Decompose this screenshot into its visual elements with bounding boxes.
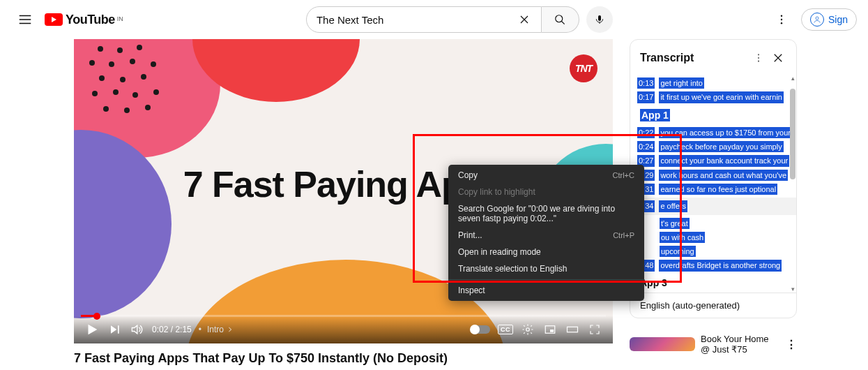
svg-point-12 <box>758 61 759 62</box>
transcript-row[interactable]: 0:22you can access up to $1750 from your <box>637 127 792 138</box>
person-icon <box>810 13 824 27</box>
svg-point-11 <box>758 57 759 59</box>
settings-button[interactable] <box>517 318 539 341</box>
subtitles-button[interactable]: CC <box>494 318 517 341</box>
transcript-text: connect your bank account track your <box>659 155 789 166</box>
recommendation-row[interactable]: Book Your Home @ Just ₹75 ⋮ <box>630 334 797 355</box>
time-display: 0:02 / 2:15 <box>152 325 192 334</box>
transcript-row[interactable]: 0:48overdrafts Bridget is another strong <box>637 260 792 271</box>
transcript-options-button[interactable] <box>749 48 768 68</box>
transcript-row[interactable]: 0:27connect your bank account track your <box>637 155 792 166</box>
transcript-text: earned so far no fees just optional <box>659 184 777 195</box>
svg-point-4 <box>781 22 782 24</box>
clear-icon[interactable] <box>517 13 531 27</box>
chapter-button[interactable]: Intro <box>196 325 234 334</box>
cm-search-google[interactable]: Search Google for "0:00 we are diving in… <box>448 200 644 227</box>
transcript-language-selector[interactable]: English (auto-generated) <box>630 293 796 318</box>
transcript-text: work hours and cash out what you've <box>659 170 788 181</box>
youtube-logo-text: YouTube <box>66 13 115 27</box>
header: YouTube IN Sign <box>0 0 868 39</box>
transcript-text: ou with cash <box>660 232 705 243</box>
video-title: 7 Fast Paying Apps That Pay Up To $750 I… <box>74 350 613 367</box>
search-box[interactable] <box>306 6 542 33</box>
transcript-text: upcoming <box>660 246 696 257</box>
sign-in-button[interactable]: Sign <box>801 8 857 31</box>
transcript-text: t's great <box>660 218 690 229</box>
youtube-country: IN <box>117 15 123 22</box>
transcript-row[interactable]: 0:31earned so far no fees just optional <box>637 184 792 195</box>
fullscreen-button[interactable] <box>584 318 606 341</box>
scroll-down-icon[interactable]: ▾ <box>789 286 796 293</box>
transcript-text: get right into <box>659 77 704 89</box>
hamburger-menu[interactable] <box>11 6 39 34</box>
transcript-panel: Transcript 0:13get right into0:17it firs… <box>630 39 797 318</box>
scrollbar-thumb[interactable] <box>790 89 795 179</box>
autoplay-toggle[interactable] <box>471 325 490 334</box>
cm-reading-mode[interactable]: Open in reading mode <box>448 244 644 260</box>
transcript-row[interactable]: upcoming <box>637 246 792 257</box>
transcript-body[interactable]: 0:13get right into0:17it first up we've … <box>630 75 796 293</box>
context-menu: CopyCtrl+C Copy link to highlight Search… <box>448 165 644 301</box>
svg-point-6 <box>526 328 530 332</box>
transcript-text: overdrafts Bridget is another strong <box>659 260 782 271</box>
player-controls: 0:02 / 2:15 Intro CC <box>74 316 613 343</box>
recommendation-title: Book Your Home @ Just ₹75 <box>701 334 780 355</box>
cm-inspect[interactable]: Inspect <box>448 282 644 299</box>
transcript-row[interactable]: 0:13get right into <box>637 77 792 89</box>
transcript-close-button[interactable] <box>768 48 788 68</box>
svg-point-2 <box>781 15 782 17</box>
decorative-dots <box>84 45 181 128</box>
transcript-time: 0:24 <box>637 141 655 152</box>
cm-copy-link-highlight: Copy link to highlight <box>448 184 644 200</box>
transcript-time: 0:13 <box>637 77 655 89</box>
search-input[interactable] <box>317 14 517 26</box>
transcript-row[interactable]: 0:17it first up we've got earin with ear… <box>637 91 792 103</box>
volume-button[interactable] <box>125 318 148 341</box>
svg-point-5 <box>816 17 818 20</box>
miniplayer-button[interactable] <box>539 318 561 341</box>
svg-point-0 <box>556 15 563 22</box>
cm-copy[interactable]: CopyCtrl+C <box>448 167 644 184</box>
transcript-title: Transcript <box>640 52 749 64</box>
svg-rect-1 <box>598 15 601 21</box>
voice-search-button[interactable] <box>586 6 613 33</box>
play-button[interactable] <box>81 318 103 341</box>
recommendation-menu[interactable]: ⋮ <box>786 338 797 351</box>
header-settings-menu[interactable] <box>768 6 795 34</box>
transcript-chapter[interactable]: App 1 <box>637 108 792 123</box>
transcript-text: you can access up to $1750 from your <box>659 127 792 138</box>
youtube-logo[interactable]: YouTube IN <box>45 13 123 27</box>
svg-rect-8 <box>550 330 554 332</box>
transcript-row[interactable]: 0:24paycheck before payday you simply <box>637 141 792 152</box>
svg-point-3 <box>781 19 782 20</box>
transcript-text: paycheck before payday you simply <box>659 141 783 152</box>
recommendation-thumb <box>630 337 695 351</box>
transcript-row[interactable]: ou with cash <box>637 232 792 243</box>
theater-button[interactable] <box>561 318 584 341</box>
search-button[interactable] <box>542 6 579 33</box>
search-wrap <box>306 6 613 33</box>
transcript-row[interactable]: t's great <box>637 218 792 229</box>
transcript-time: 0:17 <box>637 91 655 103</box>
transcript-language-label: English (auto-generated) <box>640 300 740 311</box>
scrollbar[interactable]: ▴ ▾ <box>789 75 796 293</box>
svg-point-10 <box>758 54 759 55</box>
transcript-time: 0:22 <box>637 127 655 138</box>
transcript-row[interactable]: 0:29work hours and cash out what you've <box>637 170 792 181</box>
transcript-text: e offers <box>659 200 687 212</box>
scroll-up-icon[interactable]: ▴ <box>789 75 796 82</box>
cm-print[interactable]: Print...Ctrl+P <box>448 227 644 244</box>
sign-in-label: Sign <box>828 14 848 25</box>
transcript-chapter[interactable]: App 3 <box>637 276 792 290</box>
transcript-row[interactable]: 0:34e offers <box>630 198 796 214</box>
transcript-text: it first up we've got earin with earnin <box>659 91 784 103</box>
cm-translate[interactable]: Translate selection to English <box>448 260 644 277</box>
svg-rect-9 <box>568 327 578 332</box>
youtube-play-icon <box>45 13 63 26</box>
channel-badge: TNT <box>570 54 597 82</box>
next-button[interactable] <box>103 318 125 341</box>
